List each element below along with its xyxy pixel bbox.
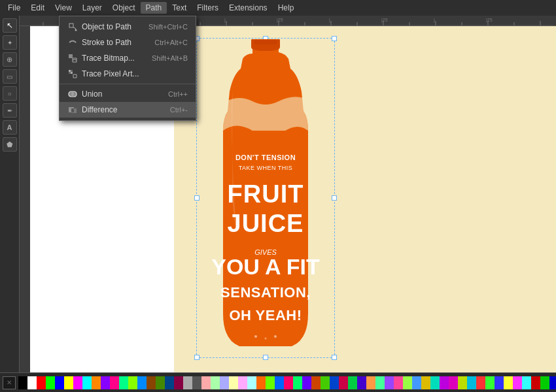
color-swatch[interactable] bbox=[192, 376, 201, 389]
menu-filters[interactable]: Filters bbox=[192, 2, 224, 14]
color-swatch[interactable] bbox=[302, 376, 311, 389]
menu-view[interactable]: View bbox=[50, 2, 77, 14]
color-swatch[interactable] bbox=[449, 376, 458, 389]
color-swatch[interactable] bbox=[147, 376, 156, 389]
node-tool[interactable]: ✦ bbox=[3, 35, 17, 50]
circle-tool[interactable]: ○ bbox=[3, 86, 17, 101]
color-swatch[interactable] bbox=[357, 376, 366, 389]
color-swatch[interactable] bbox=[284, 376, 293, 389]
color-swatch[interactable] bbox=[266, 376, 275, 389]
color-swatch[interactable] bbox=[119, 376, 128, 389]
menu-item-object-to-path[interactable]: Object to Path Shift+Ctrl+C bbox=[60, 19, 196, 35]
menu-edit[interactable]: Edit bbox=[26, 2, 50, 14]
color-swatch[interactable] bbox=[385, 376, 394, 389]
color-swatch[interactable] bbox=[128, 376, 137, 389]
menu-text[interactable]: Text bbox=[167, 2, 192, 14]
color-swatch[interactable] bbox=[46, 376, 55, 389]
menu-item-difference[interactable]: Difference Ctrl+- bbox=[60, 102, 196, 118]
union-shortcut: Ctrl++ bbox=[168, 90, 188, 98]
color-swatch[interactable] bbox=[256, 376, 266, 389]
rect-tool[interactable]: ▭ bbox=[3, 69, 17, 84]
color-swatch[interactable] bbox=[321, 376, 330, 389]
node-icon: ✦ bbox=[7, 39, 12, 46]
object-to-path-shortcut: Shift+Ctrl+C bbox=[148, 23, 188, 31]
color-swatch[interactable] bbox=[311, 376, 321, 389]
color-swatch[interactable] bbox=[37, 376, 46, 389]
zoom-tool[interactable]: ⊕ bbox=[3, 52, 17, 67]
object-to-path-icon bbox=[67, 22, 78, 32]
no-color-swatch[interactable]: ✕ bbox=[3, 376, 16, 389]
menu-extensions[interactable]: Extensions bbox=[224, 2, 273, 14]
svg-rect-72 bbox=[71, 108, 74, 112]
color-swatch[interactable] bbox=[495, 376, 504, 389]
color-swatch[interactable] bbox=[366, 376, 375, 389]
svg-text:JUICE: JUICE bbox=[228, 210, 304, 237]
color-swatch[interactable] bbox=[504, 376, 513, 389]
color-swatch[interactable] bbox=[421, 376, 430, 389]
menu-item-union[interactable]: Union Ctrl++ bbox=[60, 86, 196, 102]
color-swatch[interactable] bbox=[238, 376, 247, 389]
color-swatch[interactable] bbox=[513, 376, 522, 389]
text-tool[interactable]: A bbox=[3, 120, 17, 135]
select-tool[interactable]: ↖ bbox=[3, 18, 17, 33]
color-swatch[interactable] bbox=[440, 376, 449, 389]
color-swatch[interactable] bbox=[137, 376, 147, 389]
color-swatch[interactable] bbox=[330, 376, 339, 389]
color-swatch[interactable] bbox=[467, 376, 476, 389]
color-swatch[interactable] bbox=[540, 376, 549, 389]
color-swatch[interactable] bbox=[64, 376, 73, 389]
menu-help[interactable]: Help bbox=[273, 2, 300, 14]
color-swatch[interactable] bbox=[430, 376, 440, 389]
color-swatch[interactable] bbox=[476, 376, 485, 389]
menu-object[interactable]: Object bbox=[107, 2, 141, 14]
color-swatch[interactable] bbox=[211, 376, 220, 389]
menu-item-stroke-to-path[interactable]: Stroke to Path Ctrl+Alt+C bbox=[60, 35, 196, 50]
svg-text:|25: |25 bbox=[486, 18, 493, 23]
stroke-to-path-icon bbox=[67, 37, 78, 48]
color-swatch[interactable] bbox=[174, 376, 183, 389]
color-swatch[interactable] bbox=[339, 376, 348, 389]
color-swatch[interactable] bbox=[348, 376, 357, 389]
svg-rect-65 bbox=[71, 70, 73, 72]
color-swatch[interactable] bbox=[394, 376, 403, 389]
menu-item-trace-bitmap[interactable]: Trace Bitmap... Shift+Alt+B bbox=[60, 50, 196, 66]
color-swatch[interactable] bbox=[412, 376, 421, 389]
color-swatch[interactable] bbox=[220, 376, 229, 389]
trace-bitmap-shortcut: Shift+Alt+B bbox=[152, 54, 188, 62]
color-swatch[interactable] bbox=[522, 376, 531, 389]
color-swatch[interactable] bbox=[293, 376, 302, 389]
bottle-illustration: DON'T TENSION TAKE WHEN THIS FRUIT JUICE… bbox=[200, 39, 331, 359]
color-swatch[interactable] bbox=[247, 376, 256, 389]
color-swatch[interactable] bbox=[55, 376, 64, 389]
color-swatch[interactable] bbox=[27, 376, 37, 389]
fill-tool[interactable]: ⬟ bbox=[3, 137, 17, 152]
circle-icon: ○ bbox=[7, 90, 11, 97]
menu-layer[interactable]: Layer bbox=[77, 2, 107, 14]
color-swatch[interactable] bbox=[183, 376, 192, 389]
color-swatch[interactable] bbox=[18, 376, 27, 389]
menu-path[interactable]: Path bbox=[141, 2, 167, 14]
color-swatch[interactable] bbox=[531, 376, 540, 389]
svg-text:|: | bbox=[329, 18, 330, 23]
color-swatch[interactable] bbox=[73, 376, 82, 389]
color-swatch[interactable] bbox=[110, 376, 119, 389]
color-swatch[interactable] bbox=[201, 376, 211, 389]
color-swatch[interactable] bbox=[458, 376, 467, 389]
color-swatch[interactable] bbox=[275, 376, 284, 389]
color-swatch[interactable] bbox=[485, 376, 495, 389]
trace-bitmap-icon bbox=[67, 53, 78, 63]
color-swatch[interactable] bbox=[549, 376, 556, 389]
color-swatch[interactable] bbox=[101, 376, 110, 389]
color-swatch[interactable] bbox=[82, 376, 92, 389]
svg-text:TAKE  WHEN THIS: TAKE WHEN THIS bbox=[239, 165, 293, 171]
color-swatch[interactable] bbox=[375, 376, 385, 389]
color-swatch[interactable] bbox=[403, 376, 412, 389]
menu-item-trace-pixel-art[interactable]: Trace Pixel Art... bbox=[60, 66, 196, 82]
menu-file[interactable]: File bbox=[3, 2, 26, 14]
zoom-icon: ⊕ bbox=[7, 56, 12, 64]
color-swatch[interactable] bbox=[92, 376, 101, 389]
color-swatch[interactable] bbox=[156, 376, 165, 389]
color-swatch[interactable] bbox=[165, 376, 174, 389]
color-swatch[interactable] bbox=[229, 376, 238, 389]
pen-tool[interactable]: ✒ bbox=[3, 103, 17, 118]
